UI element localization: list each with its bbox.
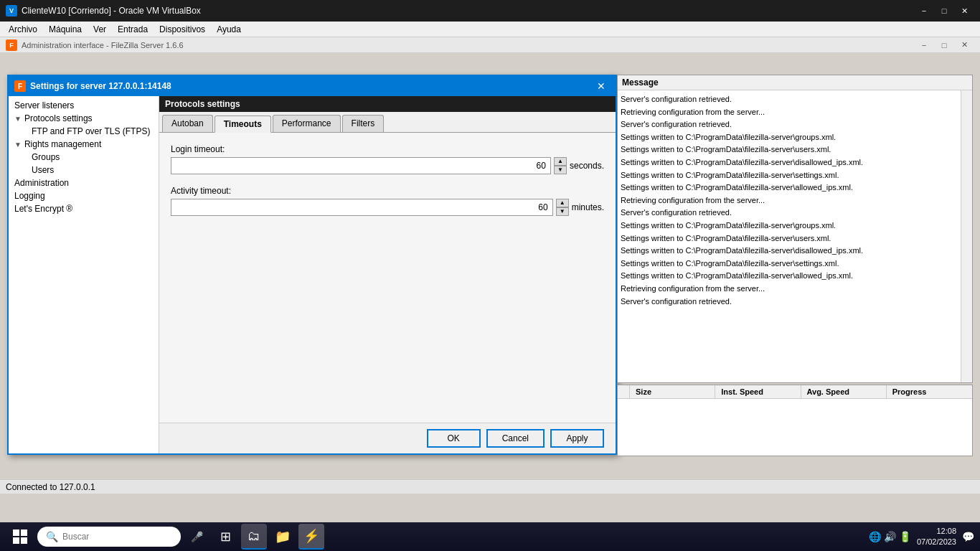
- taskbar-filezilla-icon[interactable]: ⚡: [298, 524, 324, 550]
- message-panel-header: Message: [618, 75, 972, 90]
- nav-administration[interactable]: Administration: [11, 176, 156, 189]
- menu-ayuda[interactable]: Ayuda: [211, 23, 247, 36]
- taskbar-mic-icon[interactable]: 🎤: [184, 524, 209, 550]
- message-line: Server's configuration retrieved.: [621, 118, 958, 131]
- nav-protocols-settings[interactable]: ▼ Protocols settings: [11, 112, 156, 125]
- ok-button[interactable]: OK: [427, 429, 481, 448]
- time-display: 12:08 07/02/2023: [917, 526, 956, 548]
- virtualbox-title-bar: V ClienteW10 [Corriendo] - Oracle VM Vir…: [0, 0, 980, 22]
- nav-server-listeners-label: Server listeners: [14, 100, 74, 110]
- activity-timeout-decrement[interactable]: ▼: [556, 207, 569, 216]
- transfer-col: Inst. Speed: [715, 385, 801, 398]
- nav-logging[interactable]: Logging: [11, 189, 156, 202]
- dialog-title-bar: F Settings for server 127.0.0.1:14148 ✕: [9, 76, 616, 96]
- activity-timeout-spinner: ▲ ▼: [556, 199, 569, 216]
- nav-lets-encrypt[interactable]: Let's Encrypt ®: [11, 202, 156, 215]
- section-header: Protocols settings: [159, 96, 616, 112]
- login-timeout-decrement[interactable]: ▼: [554, 166, 567, 174]
- taskbar-file-explorer-icon[interactable]: 🗂: [241, 524, 267, 550]
- login-timeout-increment[interactable]: ▲: [554, 157, 567, 166]
- message-line: Settings written to C:\ProgramData\filez…: [621, 131, 958, 144]
- content-area: Protocols settings Autoban Timeouts Perf…: [159, 96, 616, 453]
- nav-rights-management-label: Rights management: [24, 139, 101, 149]
- login-timeout-unit: seconds.: [570, 161, 604, 171]
- menu-entrada[interactable]: Entrada: [112, 23, 154, 36]
- search-input[interactable]: [62, 532, 172, 542]
- filezilla-icon: F: [6, 39, 17, 51]
- fz-close-btn[interactable]: ✕: [954, 38, 974, 52]
- taskbar-folder-icon[interactable]: 📁: [270, 524, 296, 550]
- vbox-title: ClienteW10 [Corriendo] - Oracle VM Virtu…: [22, 6, 201, 16]
- activity-timeout-input[interactable]: [171, 199, 553, 216]
- login-timeout-spinner: ▲ ▼: [554, 157, 567, 174]
- screen-content: F Settings for server 127.0.0.1:14148 ✕ …: [0, 53, 980, 522]
- tab-timeouts[interactable]: Timeouts: [215, 116, 271, 133]
- expand-icon-protocols: ▼: [14, 115, 22, 123]
- message-scrollbar[interactable]: [961, 90, 972, 382]
- dialog-app-icon: F: [14, 80, 26, 92]
- message-line: Settings written to C:\ProgramData\filez…: [621, 220, 958, 232]
- vbox-close-btn[interactable]: ✕: [954, 4, 974, 18]
- menu-maquina[interactable]: Máquina: [43, 23, 88, 36]
- activity-timeout-unit: minutes.: [572, 202, 604, 212]
- menu-ver[interactable]: Ver: [88, 23, 112, 36]
- clock-date: 07/02/2023: [917, 537, 956, 547]
- tray-icons: 🌐 🔊 🔋: [869, 531, 911, 542]
- nav-administration-label: Administration: [14, 178, 69, 188]
- vbox-maximize-btn[interactable]: □: [934, 4, 954, 18]
- transfer-col: Avg. Speed: [801, 385, 887, 398]
- nav-rights-management[interactable]: ▼ Rights management: [11, 138, 156, 151]
- cancel-button[interactable]: Cancel: [486, 429, 545, 448]
- message-list: Server's configuration retrieved.Retriev…: [618, 90, 961, 382]
- tray-network-icon[interactable]: 🌐: [869, 531, 881, 542]
- fz-minimize-btn[interactable]: −: [914, 38, 934, 52]
- nav-groups[interactable]: Groups: [11, 151, 156, 164]
- nav-server-listeners[interactable]: Server listeners: [11, 99, 156, 112]
- taskbar-widgets-icon[interactable]: ⊞: [212, 524, 238, 550]
- activity-timeout-input-row: ▲ ▼ minutes.: [171, 199, 604, 216]
- nav-users[interactable]: Users: [11, 164, 156, 176]
- message-line: Settings written to C:\ProgramData\filez…: [621, 270, 958, 283]
- tab-performance[interactable]: Performance: [273, 115, 341, 132]
- message-line: Retrieving configuration from the server…: [621, 194, 958, 207]
- nav-logging-label: Logging: [14, 191, 45, 201]
- filezilla-bar-text: Administration interface - FileZilla Ser…: [22, 41, 184, 50]
- tray-volume-icon[interactable]: 🔊: [884, 531, 896, 542]
- dialog-footer: OK Cancel Apply: [159, 423, 616, 453]
- transfer-col: Progress: [887, 385, 972, 398]
- tabs-bar: Autoban Timeouts Performance Filters: [159, 112, 616, 133]
- fz-maximize-btn[interactable]: □: [934, 38, 954, 52]
- status-text: Connected to 127.0.0.1: [6, 482, 95, 492]
- login-timeout-group: Login timeout: ▲ ▼ seconds.: [171, 144, 604, 174]
- activity-timeout-increment[interactable]: ▲: [556, 199, 569, 207]
- start-button[interactable]: [6, 525, 34, 548]
- settings-dialog: F Settings for server 127.0.0.1:14148 ✕ …: [7, 75, 617, 455]
- message-line: Settings written to C:\ProgramData\filez…: [621, 232, 958, 245]
- dialog-close-btn[interactable]: ✕: [593, 79, 610, 93]
- windows-taskbar: 🔍 🎤 ⊞ 🗂 📁 ⚡ 🌐 🔊 🔋 12:08 07/02/2023 💬: [0, 522, 980, 551]
- tab-filters[interactable]: Filters: [342, 115, 385, 132]
- message-line: Settings written to C:\ProgramData\filez…: [621, 143, 958, 156]
- tray-battery-icon[interactable]: 🔋: [899, 531, 911, 542]
- menu-dispositivos[interactable]: Dispositivos: [154, 23, 211, 36]
- vbox-minimize-btn[interactable]: −: [914, 4, 934, 18]
- login-timeout-input[interactable]: [171, 157, 551, 174]
- system-tray: 🌐 🔊 🔋 12:08 07/02/2023 💬: [869, 526, 974, 548]
- dialog-body: Server listeners ▼ Protocols settings FT…: [9, 96, 616, 453]
- tray-notifications-icon[interactable]: 💬: [962, 531, 974, 542]
- menu-archivo[interactable]: Archivo: [3, 23, 43, 36]
- expand-icon-rights: ▼: [14, 141, 22, 149]
- apply-button[interactable]: Apply: [550, 429, 604, 448]
- message-line: Server's configuration retrieved.: [621, 296, 958, 309]
- nav-tree: Server listeners ▼ Protocols settings FT…: [9, 96, 159, 453]
- login-timeout-input-row: ▲ ▼ seconds.: [171, 157, 604, 174]
- search-bar[interactable]: 🔍: [37, 527, 181, 547]
- message-line: Settings written to C:\ProgramData\filez…: [621, 156, 958, 169]
- nav-ftp-ftps[interactable]: FTP and FTP over TLS (FTPS): [11, 125, 156, 138]
- activity-timeout-label: Activity timeout:: [171, 186, 604, 196]
- activity-timeout-group: Activity timeout: ▲ ▼ minutes.: [171, 186, 604, 216]
- message-panel: Message Server's configuration retrieved…: [617, 75, 973, 383]
- nav-groups-label: Groups: [32, 152, 60, 162]
- tab-autoban[interactable]: Autoban: [162, 115, 213, 132]
- transfer-col: Size: [630, 385, 715, 398]
